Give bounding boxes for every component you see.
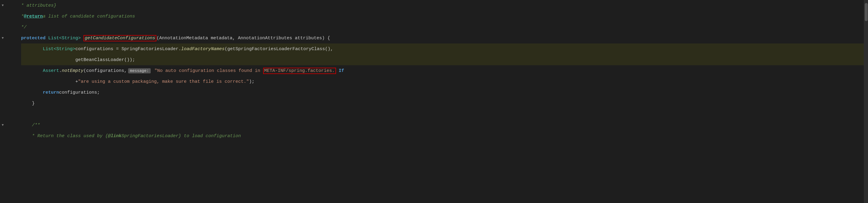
gutter-line-12: ▼: [0, 120, 16, 130]
code-line-13: * Return the class used by { @link Sprin…: [21, 130, 868, 142]
code-line-3: */: [21, 22, 868, 33]
fold-icon-12[interactable]: ▼: [1, 123, 5, 127]
gutter-line-11: [0, 109, 16, 120]
empty-line: [21, 112, 24, 117]
code-line-10: }: [21, 98, 868, 109]
close-paren: );: [249, 79, 254, 84]
gutter-line-8: [0, 76, 16, 87]
assert-class: Assert: [43, 68, 59, 73]
gutter-line-3: [0, 22, 16, 33]
code-line-7: Assert . notEmpty (configurations, messa…: [21, 65, 868, 76]
keyword-protected: protected: [21, 36, 45, 41]
gutter-line-1: ▼: [0, 0, 16, 11]
gutter-line-6: [0, 54, 16, 65]
get-bean-text: getBeanClassLoader());: [75, 57, 135, 62]
scrollbar-thumb[interactable]: [865, 3, 868, 21]
code-editor: ▼ ▼ ▼ * attributes} * @return a list of …: [0, 0, 868, 203]
vertical-scrollbar[interactable]: [864, 0, 868, 203]
indent-7: [21, 68, 43, 73]
type-list-string-2: List<String>: [43, 47, 75, 52]
assert-paren: (configurations,: [84, 68, 127, 73]
annotation-return: @return: [24, 14, 43, 19]
return-end: configurations;: [59, 90, 100, 95]
space-2: [81, 36, 84, 41]
comment-return-prefix: *: [21, 14, 24, 19]
fold-icon-1[interactable]: ▼: [1, 3, 5, 7]
type-list-string: List<String>: [48, 36, 81, 41]
line-numbers: ▼ ▼ ▼: [0, 0, 18, 203]
highlighted-path: META-INF/spring.factories.: [263, 68, 336, 74]
indent-12: [21, 123, 32, 128]
code-line-12: /**: [21, 120, 868, 130]
code-line-9: return configurations;: [21, 87, 868, 98]
comment-return-suffix: a list of candidate configurations: [43, 14, 135, 19]
gutter-line-5: [0, 44, 16, 54]
gutter-line-9: [0, 87, 16, 98]
code-line-2: * @return a list of candidate configurat…: [21, 11, 868, 22]
code-line-5: List<String> configurations = SpringFact…: [21, 44, 868, 54]
indent-8: [21, 79, 75, 84]
javadoc-open: /**: [32, 123, 40, 128]
string-packaging: "are using a custom packaging, make sure…: [78, 79, 249, 84]
method-get-candidate-configurations: getCandidateConfigurations: [84, 35, 156, 42]
gutter-line-13: [0, 130, 16, 142]
indent-6: [21, 57, 75, 62]
gutter-line-4: ▼: [0, 33, 16, 44]
comment-attributes: * attributes}: [21, 3, 56, 8]
load-factory-end: (getSpringFactoriesLoaderFactoryClass(),: [224, 47, 333, 52]
method-load-factory-names: loadFactoryNames: [181, 47, 224, 52]
indent-9: [21, 90, 43, 95]
configurations-text: configurations = SpringFactoriesLoader.: [75, 47, 181, 52]
indent-5: [21, 47, 43, 52]
code-line-6: getBeanClassLoader());: [21, 54, 868, 65]
code-line-8: + "are using a custom packaging, make su…: [21, 76, 868, 87]
javadoc-return-prefix: * Return the class used by {: [32, 133, 108, 139]
code-line-11: [21, 109, 868, 120]
at-link: @link: [108, 133, 121, 139]
comment-close: */: [21, 25, 27, 30]
indent-10: [21, 101, 32, 106]
code-content: * attributes} * @return a list of candid…: [18, 0, 868, 203]
method-not-empty: notEmpty: [62, 68, 84, 73]
gutter-line-2: [0, 11, 16, 22]
message-label: message:: [128, 68, 150, 73]
gutter-line-10: [0, 98, 16, 109]
gutter-line-7: [0, 65, 16, 76]
javadoc-return-suffix: SpringFactoriesLoader} to load configura…: [121, 133, 241, 139]
plus-operator: +: [75, 79, 78, 84]
dot-1: .: [59, 68, 62, 73]
indent-13: [21, 133, 32, 139]
params-text: (AnnotationMetadata metadata, Annotation…: [156, 36, 330, 41]
fold-icon-4[interactable]: ▼: [1, 36, 5, 40]
code-line-4: protected List<String> getCandidateConfi…: [21, 33, 868, 44]
code-line-1: * attributes}: [21, 0, 868, 11]
if-text: If: [336, 68, 344, 73]
keyword-return: return: [43, 90, 59, 95]
close-brace-text: }: [32, 101, 35, 106]
space-1: [45, 36, 48, 41]
assert-string: "No auto configuration classes found in: [152, 68, 263, 73]
